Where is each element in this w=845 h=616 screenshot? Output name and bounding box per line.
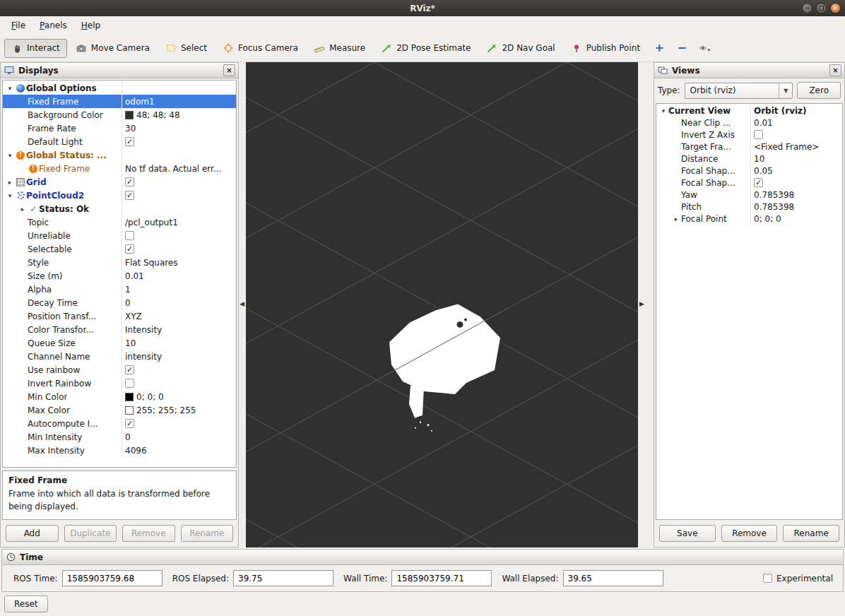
row-value-cell[interactable]: ✓ (122, 242, 236, 256)
menu-panels[interactable]: Panels (34, 18, 73, 32)
tree-row-decay-time[interactable]: Decay Time0 (3, 296, 236, 309)
row-value-cell[interactable]: 0.785398 (750, 201, 842, 213)
row-value-cell[interactable]: Orbit (rviz) (750, 105, 842, 117)
interact-button[interactable]: Interact (4, 39, 67, 58)
tree-row-queue-size[interactable]: Queue Size10 (3, 336, 236, 350)
focus-camera-button[interactable]: Focus Camera (215, 38, 305, 58)
views-close-icon[interactable]: × (829, 64, 841, 76)
row-value-cell[interactable]: ✓ (122, 175, 236, 189)
displays-rename-button[interactable]: Rename (181, 525, 234, 542)
checkbox[interactable]: ✓ (125, 365, 134, 374)
row-value-cell[interactable]: 1 (122, 283, 236, 296)
tree-row-status-ok[interactable]: ▸✓Status: Ok (3, 202, 236, 215)
row-value-cell[interactable]: <Fixed Frame> (750, 141, 842, 153)
collapse-icon[interactable]: ▾ (658, 107, 668, 114)
tree-row-use-rainbow[interactable]: Use rainbow✓ (3, 363, 236, 377)
views-remove-button[interactable]: Remove (721, 525, 778, 542)
row-value-cell[interactable]: Flat Squares (122, 256, 236, 269)
row-value-cell[interactable]: 0; 0; 0 (750, 213, 842, 225)
visibility-button[interactable]: ▾ (694, 40, 715, 57)
tree-row-min-color[interactable]: Min Color0; 0; 0 (3, 390, 236, 403)
checkbox[interactable]: ✓ (754, 178, 763, 187)
expand-icon[interactable]: ▸ (5, 179, 15, 186)
tree-row-selectable[interactable]: Selectable✓ (3, 242, 236, 256)
tree-row-autocompute-i[interactable]: Autocompute I...✓ (3, 417, 236, 430)
menu-help[interactable]: Help (76, 18, 106, 32)
tree-row-channel-name[interactable]: Channel Nameintensity (3, 350, 236, 363)
checkbox[interactable]: ✓ (125, 419, 134, 428)
tree-row-target-fra[interactable]: Target Fra...<Fixed Frame> (656, 141, 842, 153)
remove-tool-button[interactable]: − (671, 40, 692, 56)
checkbox[interactable]: ✓ (125, 191, 134, 200)
tree-row-color-transfor[interactable]: Color Transfor...Intensity (3, 323, 236, 336)
tree-row-pitch[interactable]: Pitch0.785398 (656, 201, 842, 213)
collapse-icon[interactable]: ▾ (5, 152, 15, 159)
experimental-checkbox[interactable] (763, 574, 772, 583)
wall-time-input[interactable] (391, 570, 492, 586)
collapse-left-icon[interactable]: ◀ (240, 300, 244, 307)
row-value-cell[interactable]: No tf data. Actual err... (122, 162, 236, 175)
ros-time-input[interactable] (62, 570, 162, 586)
row-value-cell[interactable] (122, 229, 236, 242)
tree-row-style[interactable]: StyleFlat Squares (3, 256, 236, 269)
2d-nav-goal-button[interactable]: 2D Nav Goal (479, 38, 562, 58)
tree-row-global-status[interactable]: ▾!Global Status: ... (3, 148, 236, 162)
row-value-cell[interactable]: 0 (122, 296, 236, 309)
row-value-cell[interactable]: XYZ (122, 309, 236, 323)
tree-row-focal-point[interactable]: ▸Focal Point0; 0; 0 (656, 213, 842, 225)
left-splitter[interactable]: ◀ (239, 62, 246, 547)
checkbox[interactable] (754, 130, 763, 139)
tree-row-fixed-frame[interactable]: !Fixed FrameNo tf data. Actual err... (3, 162, 236, 175)
collapse-icon[interactable]: ▾ (5, 192, 15, 199)
checkbox[interactable] (125, 231, 134, 240)
tree-row-frame-rate[interactable]: Frame Rate30 (3, 122, 236, 135)
tree-row-fixed-frame[interactable]: Fixed Frameodom1 (3, 95, 236, 108)
publish-point-button[interactable]: Publish Point (564, 38, 647, 58)
collapse-icon[interactable]: ▾ (5, 85, 15, 92)
row-value-cell[interactable]: 0.785398 (750, 189, 842, 201)
collapse-right-icon[interactable]: ▶ (639, 300, 644, 307)
row-value-cell[interactable]: Intensity (122, 323, 236, 336)
tree-row-default-light[interactable]: Default Light✓ (3, 135, 236, 148)
displays-remove-button[interactable]: Remove (122, 525, 175, 542)
2d-pose-estimate-button[interactable]: 2D Pose Estimate (374, 38, 478, 58)
row-value-cell[interactable]: ✓ (122, 189, 236, 202)
tree-row-unreliable[interactable]: Unreliable (3, 229, 236, 242)
tree-row-size-m[interactable]: Size (m)0.01 (3, 269, 236, 283)
row-value-cell[interactable]: ✓ (122, 135, 236, 148)
tree-row-invert-rainbow[interactable]: Invert Rainbow (3, 377, 236, 390)
tree-row-min-intensity[interactable]: Min Intensity0 (3, 430, 236, 444)
reset-button[interactable]: Reset (4, 596, 48, 612)
checkbox[interactable]: ✓ (125, 244, 134, 254)
row-value-cell[interactable]: ✓ (122, 363, 236, 377)
checkbox[interactable] (125, 379, 134, 388)
zero-button[interactable]: Zero (797, 82, 841, 99)
expand-icon[interactable]: ▸ (18, 206, 28, 213)
row-value-cell[interactable]: 255; 255; 255 (122, 403, 236, 417)
view-type-combobox[interactable]: Orbit (rviz) ▼ (685, 83, 793, 99)
tree-row-yaw[interactable]: Yaw0.785398 (656, 189, 842, 201)
tree-row-background-color[interactable]: Background Color48; 48; 48 (3, 108, 236, 122)
select-button[interactable]: Select (158, 38, 214, 58)
tree-row-grid[interactable]: ▸Grid✓ (3, 175, 236, 189)
row-value-cell[interactable]: 48; 48; 48 (122, 108, 236, 122)
displays-add-button[interactable]: Add (6, 525, 59, 542)
maximize-icon[interactable] (816, 3, 827, 13)
row-value-cell[interactable]: 0.01 (122, 269, 236, 283)
row-value-cell[interactable] (122, 202, 236, 215)
row-value-cell[interactable]: 10 (750, 153, 842, 165)
ros-elapsed-input[interactable] (233, 570, 333, 586)
tree-row-near-clip[interactable]: Near Clip ...0.01 (656, 117, 842, 129)
3d-viewport[interactable] (246, 62, 638, 547)
row-value-cell[interactable]: odom1 (122, 95, 236, 108)
row-value-cell[interactable]: ✓ (122, 417, 236, 430)
close-icon[interactable]: × (830, 3, 841, 13)
row-value-cell[interactable] (122, 81, 236, 95)
row-value-cell[interactable]: 0.05 (750, 165, 842, 177)
add-tool-button[interactable]: + (649, 40, 670, 56)
minimize-icon[interactable]: − (802, 3, 812, 13)
checkbox[interactable]: ✓ (125, 137, 134, 146)
row-value-cell[interactable] (122, 377, 236, 390)
tree-row-topic[interactable]: Topic/pcl_output1 (3, 215, 236, 229)
menu-file[interactable]: File (6, 18, 31, 32)
